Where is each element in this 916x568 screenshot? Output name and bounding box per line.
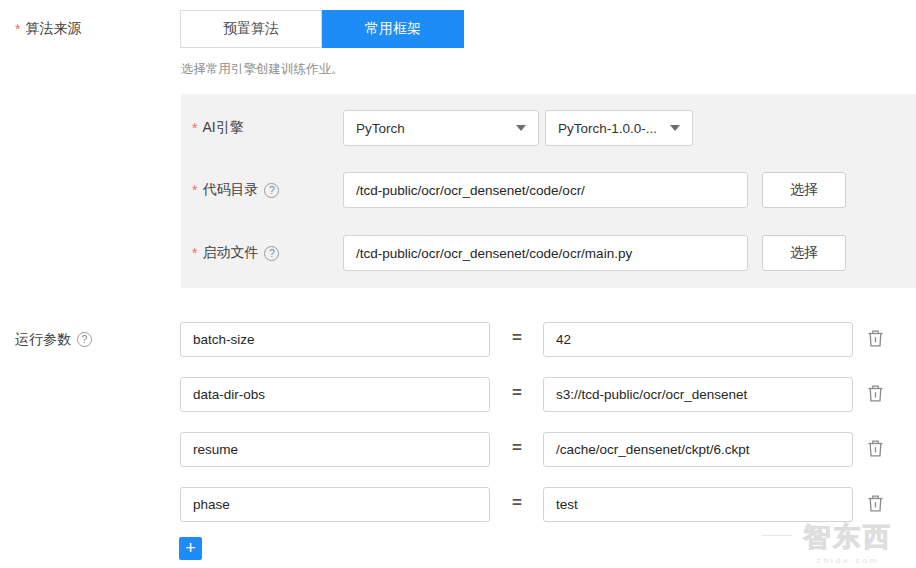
run-params-label-text: 运行参数 <box>15 331 71 349</box>
required-asterisk: * <box>192 120 197 136</box>
ai-engine-row: * AI引擎 PyTorch PyTorch-1.0.0-... <box>181 110 916 146</box>
delete-param-button[interactable] <box>864 437 886 459</box>
delete-param-button[interactable] <box>864 327 886 349</box>
framework-select[interactable]: PyTorch <box>343 110 539 146</box>
help-icon[interactable]: ? <box>77 332 92 347</box>
ai-engine-label-text: AI引擎 <box>202 119 243 137</box>
engine-panel: * AI引擎 PyTorch PyTorch-1.0.0-... * 代码目录 … <box>181 94 916 288</box>
required-asterisk: * <box>192 245 197 261</box>
help-icon[interactable]: ? <box>264 246 279 261</box>
required-asterisk: * <box>192 182 197 198</box>
boot-file-row: * 启动文件 ? 选择 <box>181 235 916 271</box>
add-param-button[interactable]: + <box>179 537 202 560</box>
boot-file-label-text: 启动文件 <box>202 244 258 262</box>
training-job-form: * 算法来源 预置算法 常用框架 选择常用引擎创建训练作业。 * AI引擎 Py… <box>0 0 916 568</box>
trash-icon <box>867 494 884 512</box>
code-dir-label-text: 代码目录 <box>202 181 258 199</box>
watermark: 智东西 zhidx.com <box>788 519 908 565</box>
required-asterisk: * <box>15 21 20 37</box>
code-dir-label: * 代码目录 ? <box>192 172 279 208</box>
param-value-input[interactable] <box>543 487 853 522</box>
trash-icon <box>867 329 884 347</box>
boot-file-browse-button[interactable]: 选择 <box>762 235 846 271</box>
algo-source-label-text: 算法来源 <box>25 20 81 38</box>
framework-version-value: PyTorch-1.0.0-... <box>558 121 657 136</box>
code-dir-browse-button[interactable]: 选择 <box>762 172 846 208</box>
param-key-input[interactable] <box>180 377 490 412</box>
equals-sign: = <box>504 438 530 458</box>
param-key-input[interactable] <box>180 322 490 357</box>
tab-common-framework-label: 常用框架 <box>365 20 421 38</box>
equals-sign: = <box>504 493 530 513</box>
param-value-input[interactable] <box>543 432 853 467</box>
watermark-title: 智东西 <box>788 519 908 555</box>
param-value-input[interactable] <box>543 377 853 412</box>
trash-icon <box>867 384 884 402</box>
framework-version-select[interactable]: PyTorch-1.0.0-... <box>545 110 693 146</box>
equals-sign: = <box>504 328 530 348</box>
code-dir-input[interactable] <box>343 172 748 208</box>
algo-source-label: * 算法来源 <box>15 14 81 44</box>
tab-common-framework[interactable]: 常用框架 <box>322 10 464 48</box>
param-key-input[interactable] <box>180 487 490 522</box>
tab-preset-algorithm-label: 预置算法 <box>223 20 279 38</box>
help-icon[interactable]: ? <box>264 183 279 198</box>
boot-file-label: * 启动文件 ? <box>192 235 279 271</box>
tab-preset-algorithm[interactable]: 预置算法 <box>180 10 322 48</box>
delete-param-button[interactable] <box>864 382 886 404</box>
delete-param-button[interactable] <box>864 492 886 514</box>
watermark-line <box>762 535 792 536</box>
algo-source-tabs: 预置算法 常用框架 <box>180 10 464 48</box>
boot-file-input[interactable] <box>343 235 748 271</box>
run-params-label: 运行参数 ? <box>15 322 92 357</box>
trash-icon <box>867 439 884 457</box>
algo-source-hint: 选择常用引擎创建训练作业。 <box>181 61 344 78</box>
equals-sign: = <box>504 383 530 403</box>
watermark-subtitle: zhidx.com <box>788 556 908 565</box>
param-value-input[interactable] <box>543 322 853 357</box>
ai-engine-label: * AI引擎 <box>192 110 244 146</box>
framework-select-value: PyTorch <box>356 121 405 136</box>
plus-icon: + <box>185 538 196 558</box>
code-dir-row: * 代码目录 ? 选择 <box>181 172 916 208</box>
dropdown-arrow-icon <box>516 125 526 131</box>
param-key-input[interactable] <box>180 432 490 467</box>
dropdown-arrow-icon <box>670 125 680 131</box>
